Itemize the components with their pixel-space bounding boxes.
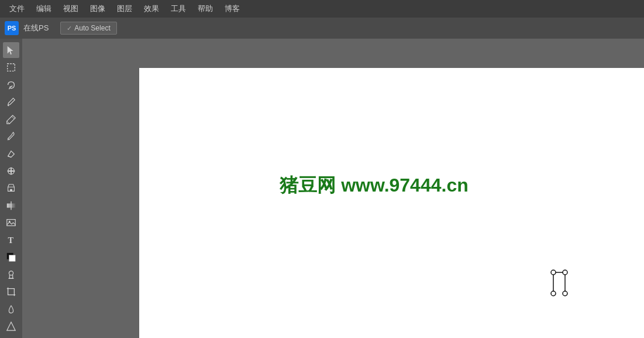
canvas-area[interactable]: 猪豆网 www.97444.cn bbox=[22, 39, 644, 338]
eyedropper-tool[interactable] bbox=[3, 128, 19, 144]
lasso-tool[interactable] bbox=[3, 77, 19, 93]
menu-help[interactable]: 帮助 bbox=[193, 1, 218, 16]
app-title: 在线PS bbox=[23, 23, 49, 33]
ps-logo: PS bbox=[5, 21, 19, 35]
canvas-watermark: 猪豆网 www.97444.cn bbox=[280, 173, 468, 199]
svg-line-2 bbox=[9, 87, 10, 89]
image-tool[interactable] bbox=[3, 215, 19, 231]
options-bar: PS 在线PS ✓ Auto Select bbox=[0, 18, 644, 39]
stamp-tool[interactable] bbox=[3, 267, 19, 282]
svg-line-5 bbox=[8, 156, 11, 157]
svg-rect-1 bbox=[8, 64, 15, 71]
path-cursor-icon bbox=[545, 265, 574, 303]
pencil-tool[interactable] bbox=[3, 111, 19, 127]
svg-point-17 bbox=[563, 270, 567, 275]
main-area: T bbox=[0, 39, 644, 338]
crop-tool[interactable] bbox=[3, 284, 19, 300]
brush-tool[interactable] bbox=[3, 94, 19, 110]
svg-rect-13 bbox=[9, 255, 15, 262]
marquee-tool[interactable] bbox=[3, 59, 19, 75]
svg-point-14 bbox=[9, 271, 13, 275]
color-swatch[interactable] bbox=[3, 250, 19, 265]
menu-effects[interactable]: 效果 bbox=[139, 1, 164, 16]
menu-image[interactable]: 图像 bbox=[85, 1, 110, 16]
svg-line-4 bbox=[7, 121, 9, 124]
menu-view[interactable]: 视图 bbox=[58, 1, 83, 16]
type-tool[interactable]: T bbox=[3, 232, 19, 248]
canvas-container: 猪豆网 www.97444.cn bbox=[139, 68, 644, 338]
menu-blog[interactable]: 博客 bbox=[220, 1, 244, 16]
menu-tools[interactable]: 工具 bbox=[166, 1, 191, 16]
svg-point-16 bbox=[551, 270, 556, 275]
svg-point-21 bbox=[551, 291, 556, 296]
auto-select-label: Auto Select bbox=[74, 24, 110, 32]
svg-marker-0 bbox=[8, 46, 13, 54]
svg-text:T: T bbox=[8, 235, 14, 245]
select-tool[interactable] bbox=[3, 42, 19, 58]
svg-rect-9 bbox=[7, 220, 15, 226]
auto-select-button[interactable]: ✓ Auto Select bbox=[60, 22, 116, 35]
menu-edit[interactable]: 编辑 bbox=[32, 1, 56, 16]
gradient-tool[interactable] bbox=[3, 197, 19, 213]
shape-tool[interactable] bbox=[3, 319, 19, 334]
menu-file[interactable]: 文件 bbox=[5, 1, 29, 16]
auto-select-checkmark: ✓ bbox=[67, 25, 72, 32]
svg-point-22 bbox=[563, 291, 567, 296]
menu-bar: 文件 编辑 视图 图像 图层 效果 工具 帮助 博客 bbox=[0, 0, 644, 18]
healing-tool[interactable] bbox=[3, 163, 19, 179]
paint-bucket-tool[interactable] bbox=[3, 180, 19, 196]
menu-layer[interactable]: 图层 bbox=[112, 1, 137, 16]
tool-panel: T bbox=[0, 39, 22, 338]
drop-tool[interactable] bbox=[3, 301, 19, 317]
eraser-tool[interactable] bbox=[3, 146, 19, 162]
